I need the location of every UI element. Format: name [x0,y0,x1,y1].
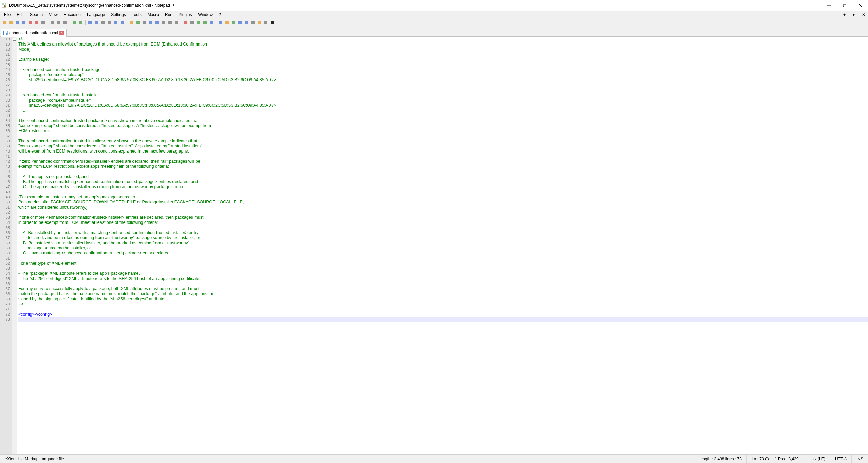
maximize-button[interactable] [837,0,852,11]
menu-extra-plus[interactable]: + [841,12,848,18]
folder-workspace-icon[interactable] [167,20,173,26]
function-list-icon[interactable] [161,20,167,26]
toggle-3-icon[interactable] [237,20,243,26]
stop-macro-icon[interactable] [189,20,195,26]
close-window-button[interactable] [852,0,868,11]
print-icon[interactable] [40,20,46,26]
svg-rect-77 [245,22,247,22]
svg-rect-56 [175,21,178,24]
menu-plugins[interactable]: Plugins [176,12,195,18]
svg-rect-58 [184,21,187,24]
paste-icon[interactable] [62,20,68,26]
redo-icon[interactable] [78,20,84,26]
find-icon[interactable] [87,20,93,26]
svg-rect-81 [258,22,260,22]
svg-rect-48 [149,21,152,24]
menu-encoding[interactable]: Encoding [61,12,84,18]
save-macro-icon[interactable] [208,20,215,26]
zoom-out-icon[interactable] [106,20,112,26]
svg-rect-39 [115,22,117,22]
toggle-7-icon[interactable] [263,20,269,26]
menu-extra-x[interactable]: ✕ [859,12,868,18]
menu-run[interactable]: Run [162,12,175,18]
menu-tools[interactable]: Tools [129,12,144,18]
menu-language[interactable]: Language [84,12,108,18]
status-mode[interactable]: INS [852,455,868,463]
doc-list-icon[interactable] [154,20,160,26]
svg-rect-38 [114,21,117,24]
save-all-icon[interactable] [21,20,27,26]
text-content[interactable]: <!--This XML defines an allowlist of pac… [17,37,868,454]
toggle-1-icon[interactable] [224,20,230,26]
sync-v-icon[interactable] [113,20,119,26]
menu-edit[interactable]: Edit [14,12,26,18]
menu-file[interactable]: File [1,12,13,18]
menubar: File Edit Search View Encoding Language … [0,11,868,18]
svg-rect-16 [35,21,38,24]
svg-rect-73 [233,22,235,22]
fold-margin[interactable] [12,37,17,454]
svg-rect-87 [4,31,7,33]
svg-rect-52 [162,21,165,24]
status-encoding[interactable]: UTF-8 [830,455,852,463]
minimize-button[interactable] [821,0,837,11]
svg-rect-15 [29,22,31,22]
svg-rect-42 [130,21,133,24]
save-icon[interactable] [14,20,20,26]
svg-rect-80 [258,21,261,24]
toggle-4-icon[interactable] [243,20,250,26]
zoom-in-icon[interactable] [100,20,106,26]
menu-view[interactable]: View [46,12,60,18]
file-tab[interactable]: enhanced-confirmation.xml × [1,29,67,37]
status-filetype: eXtensible Markup Language file [0,455,69,463]
svg-rect-78 [251,21,255,24]
cut-icon[interactable] [49,20,55,26]
menu-window[interactable]: Window [195,12,215,18]
menu-settings[interactable]: Settings [108,12,128,18]
play-multi-icon[interactable] [202,20,208,26]
wordwrap-icon[interactable] [128,20,134,26]
toggle-8-icon[interactable] [269,20,275,26]
svg-rect-26 [73,21,76,24]
close-icon[interactable] [27,20,33,26]
spell-check-icon[interactable] [218,20,224,26]
record-macro-icon[interactable] [183,20,189,26]
play-macro-icon[interactable] [196,20,202,26]
tab-close-button[interactable]: × [59,31,64,35]
copy-icon[interactable] [56,20,62,26]
doc-map-icon[interactable] [148,20,154,26]
svg-rect-6 [3,21,6,24]
svg-rect-68 [219,21,222,24]
undo-icon[interactable] [71,20,77,26]
tab-label: enhanced-confirmation.xml [9,31,58,35]
menu-extra-down[interactable]: ▼ [849,12,858,18]
svg-rect-54 [168,21,172,24]
replace-icon[interactable] [93,20,99,26]
menu-help[interactable]: ? [216,12,224,18]
editor[interactable]: 1819202122232425262728293031323334353637… [0,37,868,454]
svg-rect-12 [22,21,25,24]
show-all-icon[interactable] [135,20,141,26]
toolbar-separator [127,20,127,25]
new-file-icon[interactable] [1,20,7,26]
close-all-icon[interactable] [34,20,40,26]
open-icon[interactable] [8,20,14,26]
toolbar-separator [48,20,48,25]
svg-rect-44 [136,21,140,24]
indent-guide-icon[interactable] [141,20,147,26]
svg-rect-50 [155,21,159,24]
toggle-2-icon[interactable] [230,20,237,26]
monitoring-icon[interactable] [173,20,180,26]
menu-search[interactable]: Search [27,12,45,18]
file-saved-icon [3,31,8,35]
sync-h-icon[interactable] [119,20,125,26]
svg-rect-34 [101,21,105,24]
toolbar-separator [85,20,86,25]
toggle-6-icon[interactable] [256,20,262,26]
toggle-5-icon[interactable] [250,20,256,26]
menu-macro[interactable]: Macro [145,12,162,18]
svg-rect-20 [51,21,54,24]
status-eol[interactable]: Unix (LF) [804,455,830,463]
svg-rect-49 [150,22,152,22]
svg-rect-37 [108,22,110,22]
